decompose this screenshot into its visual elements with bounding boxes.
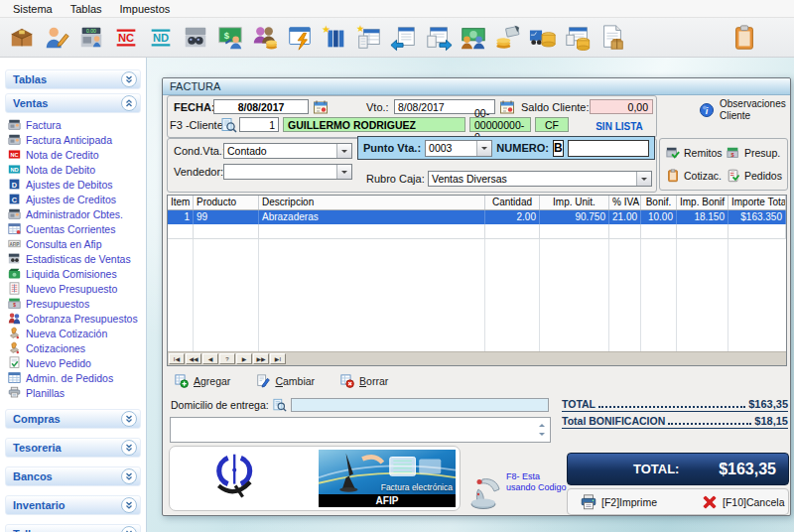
grid-column-header[interactable]: Producto xyxy=(194,196,259,209)
clients-coins-icon[interactable] xyxy=(251,24,279,52)
grid-empty-area[interactable] xyxy=(168,239,786,354)
sidebar-item[interactable]: Cuentas Corrientes xyxy=(8,221,146,236)
chevron-double-down-icon[interactable] xyxy=(121,526,137,532)
grid-column-header[interactable]: Imp. Unit. xyxy=(540,196,609,209)
invoice-register-icon[interactable]: 0.00 xyxy=(77,24,105,52)
afip-window-icon[interactable] xyxy=(286,24,314,52)
chevron-double-down-icon[interactable] xyxy=(121,468,137,484)
grid-column-header[interactable]: Imp. Bonif xyxy=(677,196,728,209)
grid-column-header[interactable]: Bonif. xyxy=(641,196,677,209)
package-icon[interactable] xyxy=(8,24,36,52)
sidebar-item[interactable]: Cobranza Presupuestos xyxy=(8,311,146,326)
calendar-icon[interactable] xyxy=(313,99,329,115)
sidebar-item[interactable]: Factura Anticipada xyxy=(8,132,146,147)
chevron-double-up-icon[interactable] xyxy=(121,95,137,111)
chevron-double-down-icon[interactable] xyxy=(121,411,137,427)
sidebar-item[interactable]: Admin. de Pedidos xyxy=(8,370,146,385)
sidebar-item[interactable]: Nuevo Pedido xyxy=(8,355,146,370)
orders-data-icon[interactable] xyxy=(564,24,592,52)
sidebar-section-header[interactable]: Ventas xyxy=(5,93,141,113)
collect-coins-icon[interactable] xyxy=(494,24,522,52)
grid-nav-button[interactable]: ◀ xyxy=(202,353,218,364)
chevron-double-down-icon[interactable] xyxy=(121,440,137,456)
numero-input[interactable] xyxy=(568,140,649,157)
previous-list-icon[interactable] xyxy=(390,24,418,52)
dropdown-arrow-icon[interactable] xyxy=(336,165,351,179)
menu-item[interactable]: Tablas xyxy=(62,2,111,16)
copy-list-icon[interactable] xyxy=(425,24,453,52)
observaciones-cliente-button[interactable]: i Observaciones Cliente xyxy=(699,98,790,121)
nota-debito-icon[interactable]: ND xyxy=(147,24,175,52)
sidebar-section-header[interactable]: Tesoreria xyxy=(5,438,141,458)
sidebar-item[interactable]: D Ajustes de Debitos xyxy=(8,177,146,192)
grid-column-header[interactable]: Item xyxy=(168,196,194,209)
fecha-input[interactable] xyxy=(213,99,309,114)
packing-list-icon[interactable] xyxy=(598,24,626,52)
grid-empty-row[interactable] xyxy=(168,224,786,239)
grid-nav-button[interactable]: ▶▶ xyxy=(253,353,269,364)
grid-column-header[interactable]: % IVA xyxy=(609,196,641,209)
footer-action-button[interactable]: [F2]Imprime xyxy=(580,493,657,511)
cond-venta-combo[interactable]: Contado xyxy=(223,143,352,159)
doc-button[interactable]: $ Presup. xyxy=(727,146,787,160)
rubro-caja-combo[interactable]: Ventas Diversas xyxy=(428,171,652,187)
sidebar-section-header[interactable]: Tablas xyxy=(5,69,141,89)
domicilio-entrega-input[interactable] xyxy=(291,398,549,412)
grid-nav-button[interactable]: I◀ xyxy=(169,353,185,364)
menu-item[interactable]: Impuestos xyxy=(111,2,180,16)
grid-selected-row[interactable]: 1 99 Abrazaderas 2.00 90.750 21.00 10.00… xyxy=(168,210,786,224)
sidebar-section-header[interactable]: Inventario xyxy=(5,495,141,515)
sidebar-item[interactable]: AFIP Consulta en Afip xyxy=(8,236,146,251)
dropdown-arrow-icon[interactable] xyxy=(336,144,351,158)
spinner-down-icon[interactable] xyxy=(539,433,545,439)
grid-column-header[interactable]: Importe Total xyxy=(728,196,786,209)
search-doc-icon[interactable] xyxy=(221,117,237,133)
nota-credito-icon[interactable]: NC xyxy=(112,24,140,52)
sidebar-item[interactable]: Administrador Cbtes. xyxy=(8,206,146,221)
grid-nav-button[interactable]: ? xyxy=(219,353,235,364)
row-action-button[interactable]: Cambiar xyxy=(256,374,315,388)
sidebar-item[interactable]: Planillas xyxy=(8,385,146,400)
cliente-code-input[interactable] xyxy=(239,117,279,132)
sidebar-item[interactable]: Nueva Cotización xyxy=(8,326,146,340)
sidebar-section-header[interactable]: Compras xyxy=(5,409,141,429)
sidebar-item[interactable]: Estadisticas de Ventas xyxy=(8,251,146,266)
sidebar-section-header[interactable]: Bancos xyxy=(5,466,141,486)
new-budget-icon[interactable]: ★ xyxy=(355,24,383,52)
chevron-double-down-icon[interactable] xyxy=(121,71,137,87)
sales-board-icon[interactable]: $ xyxy=(216,24,244,52)
dropdown-arrow-icon[interactable] xyxy=(476,141,491,156)
grid-column-header[interactable]: Descripcion xyxy=(259,196,485,209)
statistics-books-icon[interactable]: ★ xyxy=(321,24,348,52)
grid-nav-button[interactable]: ▶I xyxy=(270,353,286,364)
invoice-search-icon[interactable] xyxy=(182,24,209,52)
grid-nav-button[interactable]: ▶ xyxy=(236,353,252,364)
notes-spinner[interactable] xyxy=(536,420,548,440)
sidebar-section-header[interactable]: Taller xyxy=(5,524,141,532)
sidebar-item[interactable]: Cotizaciones xyxy=(8,340,146,355)
clipboard-icon[interactable] xyxy=(730,24,758,52)
row-action-button[interactable]: Agregar xyxy=(175,374,230,388)
search-doc-icon[interactable] xyxy=(273,398,287,412)
sidebar-item[interactable]: Factura xyxy=(8,117,146,132)
client-edit-icon[interactable] xyxy=(43,24,70,52)
sidebar-item[interactable]: NC Nota de Credito xyxy=(8,147,146,162)
doc-button[interactable]: Remitos xyxy=(666,146,727,160)
punto-venta-combo[interactable]: 0003 xyxy=(425,140,492,157)
grid-nav-button[interactable]: ◀◀ xyxy=(186,353,201,364)
menu-item[interactable]: Sistema xyxy=(4,2,62,16)
sidebar-item[interactable]: Nuevo Presupuesto xyxy=(8,281,146,296)
dropdown-arrow-icon[interactable] xyxy=(636,172,651,186)
sidebar-item[interactable]: ND Nota de Debito xyxy=(8,162,146,177)
commissions-money-icon[interactable] xyxy=(460,24,487,52)
spinner-up-icon[interactable] xyxy=(539,421,545,427)
sidebar-item[interactable]: $ Presupuestos xyxy=(8,296,146,311)
notes-textarea[interactable] xyxy=(170,417,551,443)
row-action-button[interactable]: Borrar xyxy=(340,374,388,388)
delivery-truck-icon[interactable] xyxy=(529,24,557,52)
doc-button[interactable]: Cotizac. xyxy=(666,169,727,183)
grid-column-header[interactable]: Cantidad xyxy=(485,196,540,209)
footer-action-button[interactable]: [F10]Cancela xyxy=(701,493,784,511)
chevron-double-down-icon[interactable] xyxy=(121,497,137,513)
sidebar-item[interactable]: C Ajustes de Creditos xyxy=(8,192,146,206)
